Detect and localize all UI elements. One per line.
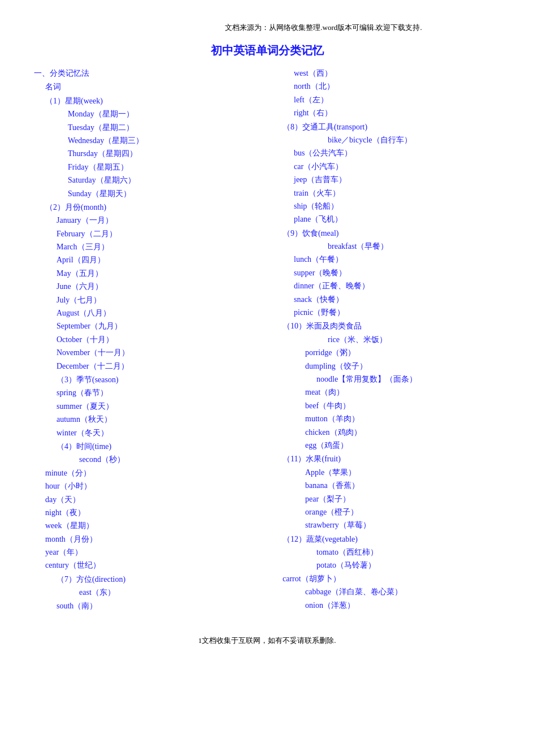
list-item: noodle【常用复数】（面条） (316, 373, 500, 386)
months-list: January（一月） February（二月） March（三月） April… (34, 214, 271, 373)
list-item: pear（梨子） (305, 493, 500, 506)
page: 文档来源为：从网络收集整理.word版本可编辑.欢迎下载支持. 初中英语单词分类… (0, 0, 534, 756)
list-item: Saturday（星期六） (68, 174, 271, 187)
list-item: supper（晚餐） (294, 267, 500, 279)
list-item: right（右） (294, 107, 500, 119)
list-item: onion（洋葱） (305, 599, 500, 612)
cat-time: （4）时间(time) (57, 440, 271, 453)
list-item: egg（鸡蛋） (305, 439, 500, 452)
list-item: night（夜） (45, 507, 271, 519)
list-item: south（南） (57, 600, 271, 612)
section-main: 一、分类记忆法 (34, 67, 271, 80)
cat-meal: （9）饮食(meal) (283, 227, 500, 240)
list-item: May（五月） (57, 267, 271, 280)
list-item: west（西） (294, 67, 500, 80)
list-item: century（世纪） (45, 559, 271, 572)
left-column: 一、分类记忆法 名词 （1）星期(week) Monday（星期一） Tuesd… (34, 67, 271, 613)
right-column: west（西） north（北） left（左） right（右） （8）交通工… (271, 67, 500, 613)
list-item: snack（快餐） (294, 293, 500, 306)
list-item: Wednesday（星期三） (68, 135, 271, 147)
list-item: beef（牛肉） (305, 400, 500, 412)
list-item: September（九月） (57, 320, 271, 332)
list-item: autumn（秋天） (57, 413, 271, 426)
list-item: hour（小时） (45, 480, 271, 493)
list-item: November（十一月） (57, 347, 271, 359)
list-item-breakfast: breakfast（早餐） (328, 240, 500, 253)
list-item: potato（马铃薯） (316, 559, 500, 572)
cat-direction: （7）方位(direction) (57, 573, 271, 586)
list-item: left（左） (294, 94, 500, 106)
list-item-carrot: carrot（胡萝卜） (283, 573, 500, 585)
list-item: year（年） (45, 546, 271, 559)
list-item: plane（飞机） (294, 213, 500, 226)
list-item: cabbage（洋白菜、卷心菜） (305, 586, 500, 598)
list-item: Monday（星期一） (68, 108, 271, 120)
list-item: banana（香蕉） (305, 479, 500, 492)
list-item: August（八月） (57, 307, 271, 319)
list-item: lunch（午餐） (294, 253, 500, 266)
list-item: January（一月） (57, 214, 271, 227)
fruits-list: Apple（苹果） banana（香蕉） pear（梨子） orange（橙子）… (283, 466, 500, 532)
times-list: minute（分） hour（小时） day（天） night（夜） week（… (34, 467, 271, 572)
transport-list: bike／bicycle（自行车） bus（公共汽车） car（小汽车） jee… (283, 134, 500, 226)
doc-source: 文档来源为：从网络收集整理.word版本可编辑.欢迎下载支持. (147, 23, 500, 33)
list-item-rice: rice（米、米饭） (328, 334, 500, 346)
list-item: minute（分） (45, 467, 271, 479)
cat-month: （2）月份(month) (45, 201, 271, 214)
content-wrapper: 一、分类记忆法 名词 （1）星期(week) Monday（星期一） Tuesd… (34, 67, 500, 613)
list-item: spring（春节） (57, 387, 271, 399)
list-item: chicken（鸡肉） (305, 426, 500, 439)
list-item: winter（冬天） (57, 427, 271, 439)
list-item: ship（轮船） (294, 200, 500, 213)
list-item: bike／bicycle（自行车） (328, 134, 500, 146)
weekdays-list: Monday（星期一） Tuesday（星期二） Wednesday（星期三） … (34, 108, 271, 200)
list-item: dinner（正餐、晚餐） (294, 280, 500, 292)
cat-food: （10）米面及肉类食品 (283, 320, 500, 332)
list-item: meat（肉） (305, 386, 500, 399)
cat-fruit: （11）水果(fruit) (283, 453, 500, 465)
cat-vegetable: （12）蔬菜(vegetable) (283, 533, 500, 546)
directions-partial: east（东） south（南） (34, 586, 271, 612)
list-item: December（十二月） (57, 360, 271, 373)
list-item: month（月份） (45, 533, 271, 546)
list-item: jeep（吉普车） (294, 174, 500, 186)
list-item: March（三月） (57, 241, 271, 253)
list-item: orange（橙子） (305, 506, 500, 519)
meals-list: lunch（午餐） supper（晚餐） dinner（正餐、晚餐） snack… (283, 253, 500, 319)
vegetables1-list: tomato（西红柿） potato（马铃薯） (283, 546, 500, 572)
list-item: porridge（粥） (305, 347, 500, 359)
cat-season: （3）季节(season) (57, 374, 271, 386)
cat-week: （1）星期(week) (45, 95, 271, 107)
list-item: July（七月） (57, 294, 271, 306)
noun-header: 名词 (45, 81, 271, 93)
list-item: day（天） (45, 494, 271, 506)
list-item: October（十月） (57, 334, 271, 346)
list-item: Friday（星期五） (68, 161, 271, 174)
list-item: dumpling（饺子） (305, 360, 500, 373)
list-item: Sunday（星期天） (68, 188, 271, 200)
list-item: train（火车） (294, 187, 500, 200)
list-item: summer（夏天） (57, 400, 271, 413)
list-item: Tuesday（星期二） (68, 122, 271, 134)
list-item: tomato（西红柿） (316, 546, 500, 559)
list-item: mutton（羊肉） (305, 413, 500, 425)
directions-cont: west（西） north（北） left（左） right（右） (283, 67, 500, 120)
list-item: bus（公共汽车） (294, 147, 500, 159)
list-item: February（二月） (57, 228, 271, 240)
vegetables2-list: cabbage（洋白菜、卷心菜） onion（洋葱） (283, 586, 500, 612)
list-item: Thursday（星期四） (68, 148, 271, 160)
cat-transport: （8）交通工具(transport) (283, 121, 500, 133)
list-item: car（小汽车） (294, 161, 500, 173)
list-item: east（东） (79, 586, 271, 599)
page-title: 初中英语单词分类记忆 (34, 43, 500, 58)
footer-text: 1文档收集于互联网，如有不妥请联系删除. (34, 636, 500, 646)
seasons-list: spring（春节） summer（夏天） autumn（秋天） winter（… (34, 387, 271, 439)
list-item-second: second（秒） (79, 453, 271, 466)
list-item: week（星期） (45, 520, 271, 532)
list-item: strawberry（草莓） (305, 519, 500, 532)
list-item: June（六月） (57, 280, 271, 293)
list-item: April（四月） (57, 254, 271, 266)
list-item: north（北） (294, 80, 500, 93)
list-item: picnic（野餐） (294, 306, 500, 319)
foods-list: porridge（粥） dumpling（饺子） noodle【常用复数】（面条… (283, 347, 500, 452)
